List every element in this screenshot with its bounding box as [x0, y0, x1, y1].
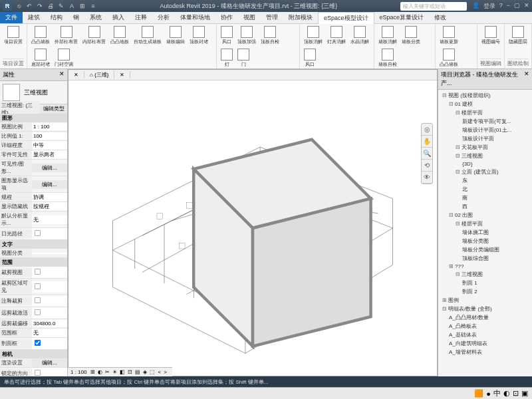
ribbon-tool[interactable]: 灯 — [219, 48, 234, 68]
tree-node[interactable]: 墙板分类图 — [440, 237, 531, 245]
viewbar-icon[interactable]: ◈ — [143, 369, 147, 375]
tray-icon[interactable]: 🟧 — [474, 389, 483, 398]
tree-node[interactable]: 墙板分类编组图 — [440, 245, 531, 254]
help-icon[interactable]: ? — [499, 2, 503, 11]
property-value[interactable]: 显示两者 — [32, 150, 67, 159]
tree-twisty[interactable]: ⊞ — [449, 263, 454, 269]
viewbar-icon[interactable]: ▤ — [135, 369, 140, 375]
canvas[interactable]: ✕⌂ {三维}✕ — [68, 69, 438, 376]
tree-node[interactable]: A_基础体表 — [440, 331, 531, 339]
property-value[interactable]: 无 — [32, 329, 67, 337]
edit-type-button[interactable]: 编辑类型 — [40, 104, 67, 113]
maximize-icon[interactable]: ▢ — [514, 2, 520, 11]
app-logo[interactable]: R — [3, 1, 12, 11]
property-section[interactable]: 范围 — [0, 258, 67, 267]
property-section[interactable]: 图形 — [0, 114, 67, 122]
tree-twisty[interactable]: ⊟ — [456, 110, 460, 116]
viewbar-icon[interactable]: ⬚ — [150, 369, 155, 375]
tree-node[interactable]: 墙板设计平面(01土... — [440, 126, 531, 134]
tree-node[interactable]: 东 — [440, 176, 531, 185]
view-cube[interactable] — [68, 80, 437, 376]
nav-zoom-icon[interactable]: 🔍 — [422, 148, 432, 160]
tree-node[interactable]: 西 — [440, 202, 531, 211]
ribbon-tab[interactable]: 建筑 — [23, 12, 45, 23]
close-icon[interactable]: ✕ — [524, 70, 529, 88]
tree-node[interactable]: ⊟三维视图 — [440, 270, 531, 279]
property-section[interactable]: 文字 — [0, 240, 67, 249]
scale-label[interactable]: 1 : 100 — [70, 369, 86, 375]
property-value[interactable]: 协调 — [32, 193, 67, 201]
tray-icon[interactable]: ● — [486, 390, 491, 398]
tree-twisty[interactable]: ⊟ — [442, 92, 447, 98]
property-edit-button[interactable]: 编辑... — [32, 180, 67, 189]
tree-twisty[interactable]: ⊞ — [442, 297, 447, 303]
tree-node[interactable]: A_凸凸用材/数量 — [440, 313, 531, 322]
tree-node[interactable]: 北 — [440, 185, 531, 194]
tree-twisty[interactable]: ⊟ — [456, 271, 460, 277]
viewbar-icon[interactable]: ⊡ — [128, 369, 132, 375]
property-value[interactable]: 按规程 — [32, 202, 67, 211]
tray-icon[interactable]: ▣ — [521, 389, 528, 398]
tree-twisty[interactable]: ⊟ — [456, 169, 460, 175]
viewbar-icon[interactable]: ☀ — [112, 369, 117, 375]
property-value[interactable]: 中等 — [32, 141, 67, 150]
property-value[interactable] — [32, 267, 67, 278]
tree-node[interactable]: ⊟楼层平面 — [440, 219, 531, 228]
tree-node[interactable]: ⊟明细表/数量 (全部) — [440, 305, 531, 313]
tree-node[interactable]: ⊟立面 (建筑立面) — [440, 168, 531, 176]
user-label[interactable]: 登录 — [483, 2, 495, 11]
qat-button[interactable]: 🖨 — [47, 2, 55, 10]
viewbar-icon[interactable]: < — [158, 369, 161, 375]
ribbon-tab[interactable]: 附加模块 — [283, 12, 318, 23]
tree-twisty[interactable]: ⊟ — [456, 153, 460, 159]
ribbon-tool[interactable]: 水晶消解 — [349, 25, 370, 46]
viewbar-icon[interactable]: ◐ — [98, 369, 102, 375]
ribbon-tab[interactable]: 分析 — [152, 12, 175, 23]
ribbon-tab[interactable]: 修改 — [429, 12, 452, 23]
ribbon-tool[interactable]: 墙板编辑 — [165, 25, 186, 46]
ribbon-tool[interactable]: 凸凸墙板 — [30, 25, 51, 46]
ribbon-tool[interactable]: 墙板更新 — [438, 25, 460, 46]
ribbon-tab[interactable]: eSpace模型设计 — [318, 12, 374, 24]
tree-node[interactable]: ⊞??? — [440, 263, 531, 270]
ribbon-tool[interactable]: 内部柱布置 — [81, 25, 107, 46]
qat-button[interactable]: A — [68, 2, 76, 10]
view-tab[interactable]: ✕ — [114, 71, 130, 78]
ribbon-tool[interactable]: 底部封堵 — [30, 48, 51, 68]
tree-node[interactable]: ⊞图例 — [440, 296, 531, 305]
property-edit-button[interactable]: 编辑... — [32, 164, 67, 172]
tree-node[interactable]: ⊟楼层平面 — [440, 108, 531, 117]
ribbon-tool[interactable]: 顶板消解 — [303, 25, 324, 46]
ribbon-tab[interactable]: 管理 — [261, 12, 283, 23]
tree-twisty[interactable]: ⊟ — [449, 212, 454, 218]
tree-node[interactable]: ⊟视图 (按楼层组织) — [440, 91, 531, 100]
ribbon-tool[interactable]: 风口 — [219, 25, 234, 46]
viewbar-icon[interactable]: > — [164, 369, 167, 375]
property-value[interactable]: 100 — [32, 132, 67, 140]
ribbon-tool[interactable]: 风口 — [303, 48, 317, 68]
nav-wheel-icon[interactable]: ◎ — [422, 124, 432, 136]
search-input[interactable]: 输入关键字或短语 — [400, 2, 467, 11]
ribbon-tool[interactable]: 自动生成墙板 — [132, 25, 163, 46]
ribbon-tool[interactable]: 墙板消解 — [377, 25, 398, 46]
property-value[interactable] — [32, 228, 67, 239]
ribbon-tool[interactable]: 视图编号 — [480, 25, 501, 46]
nav-pan-icon[interactable]: ✋ — [422, 136, 432, 148]
property-value[interactable] — [32, 253, 67, 254]
ribbon-tool[interactable]: 顶板封堵 — [188, 25, 209, 46]
tree-twisty[interactable]: ⊟ — [442, 306, 447, 312]
property-value[interactable]: 1 : 100 — [32, 123, 67, 130]
tree-node[interactable]: ⊟02 出图 — [440, 211, 531, 219]
ribbon-tool[interactable]: 顶板加强 — [236, 25, 257, 46]
tree-node[interactable]: 顶板设计平面 — [440, 134, 531, 143]
ribbon-tool[interactable]: 墙板自检 — [377, 48, 398, 68]
tree-node[interactable]: ⊟三维视图 — [440, 152, 531, 160]
tray-icon[interactable]: ⊡ — [513, 389, 519, 398]
tree-node[interactable]: 墙体施工图 — [440, 228, 531, 237]
qat-button[interactable]: ≡ — [89, 2, 97, 10]
tree-twisty[interactable]: ⊟ — [456, 221, 460, 227]
nav-orbit-icon[interactable]: ⟲ — [422, 160, 432, 172]
minimize-icon[interactable]: − — [507, 2, 510, 11]
tree-twisty[interactable]: ⊟ — [449, 101, 454, 107]
ribbon-tool[interactable]: 门封空调 — [53, 48, 74, 68]
